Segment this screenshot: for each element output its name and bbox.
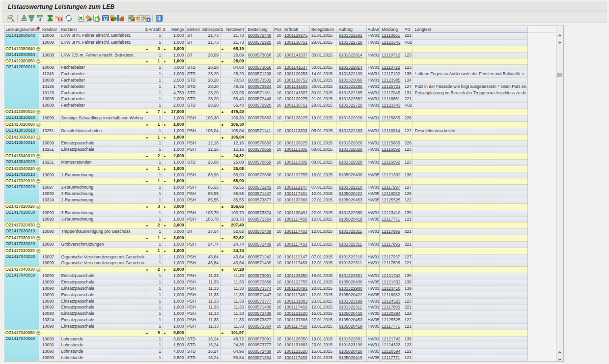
svg-text:Σ: Σ xyxy=(59,18,61,21)
